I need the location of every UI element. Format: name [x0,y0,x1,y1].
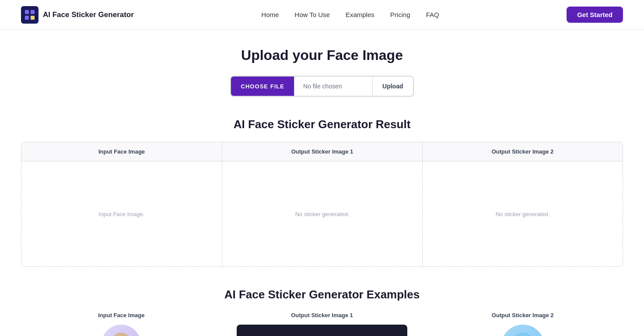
example-col-input: Input Face Image [21,312,222,336]
result-col-output1: Output Sticker Image 1 No sticker genera… [222,142,422,266]
example-input-header: Input Face Image [98,312,144,318]
nav-link-how-to-use[interactable]: How To Use [294,11,330,18]
result-col-input: Input Face Image Input Face Image. [21,142,222,266]
examples-grid: Input Face Image Output Sticker Image 1 [21,312,623,336]
svg-point-12 [509,333,536,336]
svg-rect-2 [25,16,29,20]
example-output2-sticker [501,325,545,336]
example-input-avatar [102,325,141,336]
result-output1-placeholder: No sticker generated. [295,211,350,217]
example-output2-header: Output Sticker Image 2 [492,312,554,318]
nav-link-faq[interactable]: FAQ [426,11,439,18]
result-col-output2-header: Output Sticker Image 2 [423,142,623,161]
result-col-output2-body: No sticker generated. [423,161,623,266]
result-col-output1-header: Output Sticker Image 1 [222,142,422,161]
upload-controls: CHOOSE FILE No file chosen Upload [230,76,413,97]
examples-section: AI Face Sticker Generator Examples Input… [21,288,623,336]
result-input-placeholder: Input Face Image. [99,211,145,217]
navbar: AI Face Sticker Generator Home How To Us… [0,0,644,30]
result-col-input-body: Input Face Image. [21,161,222,266]
result-title: AI Face Sticker Generator Result [21,118,623,131]
example-col-output1: Output Sticker Image 1 [222,312,423,336]
brand-label: AI Face Sticker Generator [43,10,134,19]
svg-point-4 [112,332,131,336]
example-col-output2: Output Sticker Image 2 [422,312,623,336]
result-output2-placeholder: No sticker generated. [496,211,550,217]
nav-link-examples[interactable]: Examples [346,11,374,18]
nav-link-pricing[interactable]: Pricing [390,11,410,18]
example-output1-header: Output Sticker Image 1 [291,312,353,318]
choose-file-button[interactable]: CHOOSE FILE [231,77,294,96]
result-grid: Input Face Image Input Face Image. Outpu… [21,142,623,267]
main-content: Upload your Face Image CHOOSE FILE No fi… [0,30,644,336]
svg-rect-3 [31,16,35,20]
file-name-display: No file chosen [294,77,373,96]
result-col-input-header: Input Face Image [21,142,222,161]
nav-logo [21,6,38,24]
result-col-output1-body: No sticker generated. [222,161,422,266]
svg-rect-0 [25,10,29,14]
get-started-button[interactable]: Get Started [567,7,623,23]
result-col-output2: Output Sticker Image 2 No sticker genera… [422,142,623,266]
examples-title: AI Face Sticker Generator Examples [21,288,623,301]
upload-button[interactable]: Upload [373,77,413,96]
example-output1-image [237,325,407,336]
nav-brand[interactable]: AI Face Sticker Generator [21,6,134,24]
upload-section: Upload your Face Image CHOOSE FILE No fi… [21,47,623,97]
result-section: AI Face Sticker Generator Result Input F… [21,118,623,267]
upload-title: Upload your Face Image [21,47,623,63]
nav-links: Home How To Use Examples Pricing FAQ [261,11,439,19]
nav-link-home[interactable]: Home [261,11,279,18]
svg-rect-1 [31,10,35,14]
